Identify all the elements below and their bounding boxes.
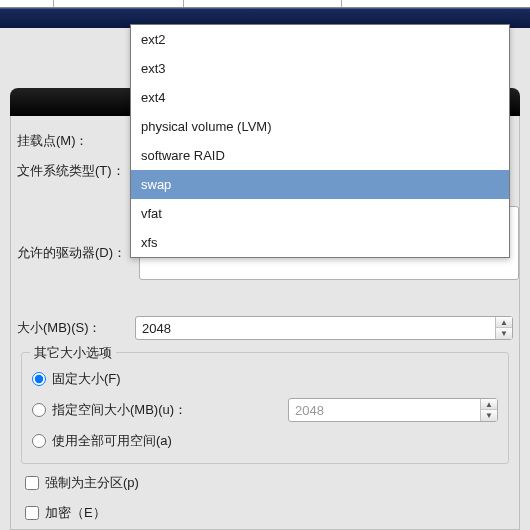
fs-option-vfat[interactable]: vfat xyxy=(131,199,509,228)
fill-to-radio[interactable] xyxy=(32,403,46,417)
size-spinner[interactable]: ▲ ▼ xyxy=(135,316,513,340)
primary-label[interactable]: 强制为主分区(p) xyxy=(45,474,139,492)
fs-option-ext4[interactable]: ext4 xyxy=(131,83,509,112)
fs-option-physical-volume-lvm-[interactable]: physical volume (LVM) xyxy=(131,112,509,141)
fill-to-spinner: ▲ ▼ xyxy=(288,398,498,422)
fill-to-label[interactable]: 指定空间大小(MB)(u)： xyxy=(52,401,187,419)
fixed-size-label[interactable]: 固定大小(F) xyxy=(52,370,121,388)
encrypt-label[interactable]: 加密（E） xyxy=(45,504,106,522)
filesystem-type-label: 文件系统类型(T)： xyxy=(17,162,135,180)
spinner-buttons[interactable]: ▲ ▼ xyxy=(495,317,512,339)
chevron-up-icon[interactable]: ▲ xyxy=(496,317,512,328)
fixed-size-radio[interactable] xyxy=(32,372,46,386)
fs-option-xfs[interactable]: xfs xyxy=(131,228,509,257)
size-options-title: 其它大小选项 xyxy=(30,344,116,362)
primary-checkbox[interactable] xyxy=(25,476,39,490)
fill-to-input xyxy=(289,399,480,421)
window-top-strip xyxy=(0,0,530,8)
encrypt-checkbox[interactable] xyxy=(25,506,39,520)
allowed-drives-label: 允许的驱动器(D)： xyxy=(17,244,135,262)
chevron-down-icon[interactable]: ▼ xyxy=(496,328,512,339)
fs-option-ext3[interactable]: ext3 xyxy=(131,54,509,83)
size-options-group: 其它大小选项 固定大小(F) 指定空间大小(MB)(u)： ▲ ▼ 使用全部可用… xyxy=(21,352,509,464)
size-input[interactable] xyxy=(136,317,495,339)
spinner-buttons: ▲ ▼ xyxy=(480,399,497,421)
filesystem-type-dropdown[interactable]: ext2ext3ext4physical volume (LVM)softwar… xyxy=(130,24,510,258)
fs-option-software-raid[interactable]: software RAID xyxy=(131,141,509,170)
fs-option-swap[interactable]: swap xyxy=(131,170,509,199)
mountpoint-label: 挂载点(M)： xyxy=(17,132,135,150)
chevron-down-icon: ▼ xyxy=(481,410,497,421)
chevron-up-icon: ▲ xyxy=(481,399,497,410)
size-label: 大小(MB)(S)： xyxy=(17,319,135,337)
fs-option-ext2[interactable]: ext2 xyxy=(131,25,509,54)
fill-all-radio[interactable] xyxy=(32,434,46,448)
fill-all-label[interactable]: 使用全部可用空间(a) xyxy=(52,432,172,450)
